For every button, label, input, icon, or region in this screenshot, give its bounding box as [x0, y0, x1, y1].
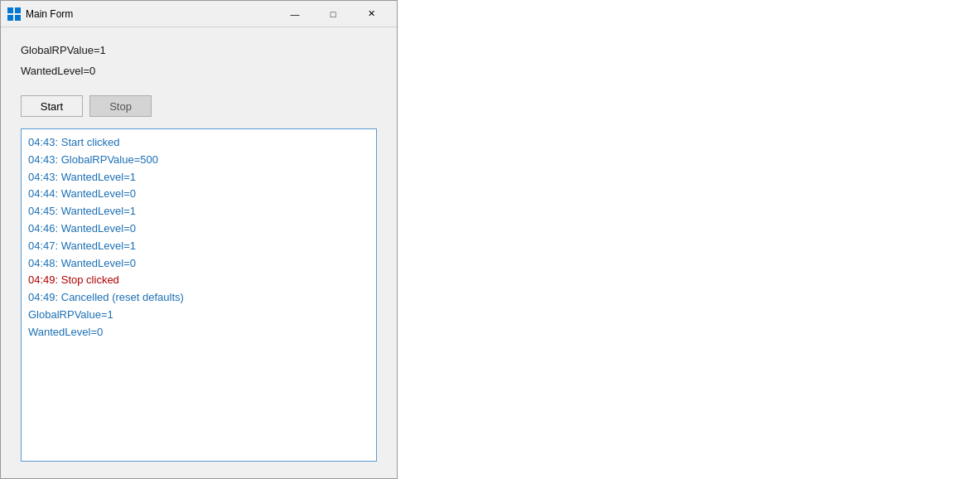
svg-rect-3 [15, 15, 21, 21]
svg-rect-2 [7, 15, 13, 21]
maximize-button[interactable]: □ [314, 1, 352, 27]
start-button[interactable]: Start [21, 95, 83, 117]
svg-rect-1 [15, 7, 21, 13]
log-line: 04:43: WantedLevel=1 [28, 169, 369, 186]
log-line: 04:45: WantedLevel=1 [28, 203, 369, 220]
svg-rect-0 [7, 7, 13, 13]
log-line: WantedLevel=0 [28, 324, 369, 341]
minimize-button[interactable]: — [276, 1, 314, 27]
log-line: 04:48: WantedLevel=0 [28, 255, 369, 273]
window-content: GlobalRPValue=1 WantedLevel=0 Start Stop… [1, 27, 397, 478]
stop-button[interactable]: Stop [89, 95, 152, 117]
log-line: 04:44: WantedLevel=0 [28, 186, 369, 203]
desktop: Main Form — □ ✕ GlobalRPValue=1 WantedLe… [0, 0, 980, 479]
buttons-row: Start Stop [21, 95, 377, 117]
app-icon [7, 7, 21, 21]
close-button[interactable]: ✕ [352, 1, 390, 27]
title-bar: Main Form — □ ✕ [1, 1, 397, 27]
window-title: Main Form [26, 8, 276, 20]
log-box: 04:43: Start clicked04:43: GlobalRPValue… [21, 128, 377, 462]
wanted-level-label: WantedLevel=0 [21, 65, 377, 77]
log-line: 04:49: Stop clicked [28, 272, 369, 289]
log-line: 04:47: WantedLevel=1 [28, 238, 369, 255]
log-line: 04:43: GlobalRPValue=500 [28, 152, 369, 169]
window-controls: — □ ✕ [276, 1, 390, 27]
log-line: 04:46: WantedLevel=0 [28, 220, 369, 238]
log-line: 04:43: Start clicked [28, 134, 369, 152]
global-rp-label: GlobalRPValue=1 [21, 44, 377, 56]
log-line: 04:49: Cancelled (reset defaults) [28, 289, 369, 307]
main-window: Main Form — □ ✕ GlobalRPValue=1 WantedLe… [0, 0, 398, 479]
log-line: GlobalRPValue=1 [28, 307, 369, 324]
